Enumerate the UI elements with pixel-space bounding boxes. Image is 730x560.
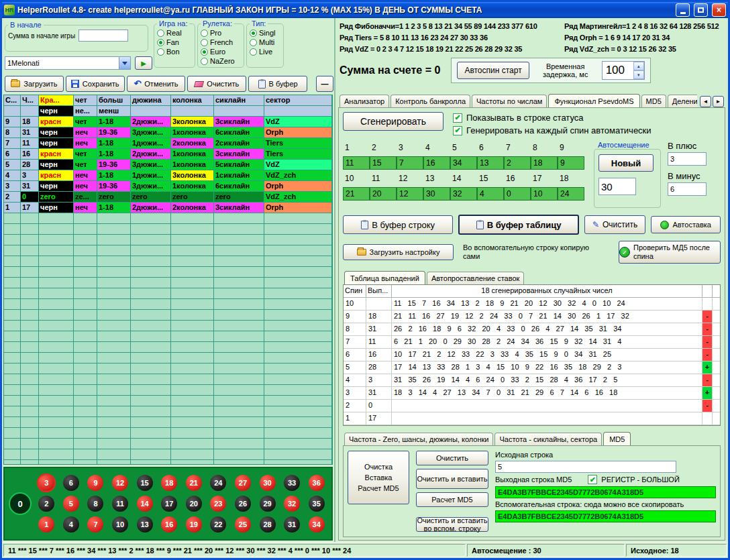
- start-sum-input[interactable]: [79, 30, 128, 42]
- buffer-table-button[interactable]: В буфер таблицу: [458, 215, 578, 235]
- board-number-33[interactable]: 33: [284, 475, 300, 491]
- subtab-0[interactable]: Таблица выпадений: [344, 271, 425, 284]
- clear-generated-button[interactable]: Очистить: [584, 215, 646, 234]
- radio-option-fan[interactable]: Fan: [157, 38, 192, 47]
- checkbox-uppercase[interactable]: ✔ РЕГИСТР - БОЛЬШОЙ: [588, 475, 679, 484]
- board-number-19[interactable]: 19: [186, 516, 202, 533]
- minimize-button[interactable]: [676, 3, 690, 17]
- freqtab-2[interactable]: MD5: [603, 432, 631, 445]
- freqtab-1[interactable]: Частота - сиклайны, сектора: [494, 433, 602, 445]
- clear-button[interactable]: Очистить: [187, 76, 246, 92]
- board-number-26[interactable]: 26: [235, 496, 251, 512]
- board-number-36[interactable]: 36: [309, 475, 325, 491]
- board-number-34[interactable]: 34: [309, 516, 325, 533]
- minus-input[interactable]: 6: [668, 182, 707, 196]
- board-number-2[interactable]: 2: [38, 496, 54, 512]
- radio-option-singl[interactable]: Singl: [250, 28, 280, 38]
- radio-option-live[interactable]: Live: [250, 47, 280, 56]
- tab-1[interactable]: Контроль банкролла: [390, 95, 470, 107]
- tab-2[interactable]: Частоты по числам: [472, 95, 547, 107]
- tab-4[interactable]: MD5: [641, 95, 666, 107]
- board-number-4[interactable]: 4: [63, 516, 79, 533]
- board-number-3[interactable]: 3: [38, 475, 54, 491]
- spinner-down-icon[interactable]: ▼: [633, 70, 644, 79]
- board-number-28[interactable]: 28: [260, 516, 276, 533]
- preset-combobox[interactable]: 1Melonati: [5, 56, 131, 70]
- board-number-25[interactable]: 25: [235, 516, 251, 533]
- md5-aux-value[interactable]: E4DA3B7FBBCE2345D7772B0674A318D5: [495, 510, 716, 522]
- board-number-8[interactable]: 8: [87, 496, 103, 512]
- board-number-0[interactable]: 0: [9, 492, 32, 515]
- board-number-23[interactable]: 23: [210, 496, 226, 512]
- collapse-button[interactable]: —: [316, 76, 333, 92]
- board-number-12[interactable]: 12: [112, 475, 128, 491]
- md5-big-button[interactable]: ОчисткаВставкаРасчет MD5: [348, 451, 409, 504]
- board-number-27[interactable]: 27: [235, 475, 251, 491]
- spinner-up-icon[interactable]: ▲: [633, 62, 644, 70]
- radio-option-pro[interactable]: Pro: [201, 28, 241, 38]
- board-number-22[interactable]: 22: [210, 516, 226, 533]
- md5-calc-button[interactable]: Расчет MD5: [416, 492, 488, 507]
- tab-scroll-right-button[interactable]: ►: [713, 96, 724, 107]
- board-number-18[interactable]: 18: [161, 475, 177, 491]
- new-button[interactable]: Новый: [598, 154, 654, 172]
- board-number-29[interactable]: 29: [260, 496, 276, 512]
- board-number-32[interactable]: 32: [284, 496, 300, 512]
- board-number-13[interactable]: 13: [137, 516, 153, 533]
- board-number-21[interactable]: 21: [186, 475, 202, 491]
- freqtab-0[interactable]: Частота - Zero, шансы, дюжины, колонки: [344, 433, 493, 445]
- chevron-down-icon[interactable]: [119, 57, 130, 69]
- board-number-20[interactable]: 20: [186, 496, 202, 512]
- close-button[interactable]: ×: [712, 3, 726, 17]
- board-number-5[interactable]: 5: [63, 496, 79, 512]
- radio-option-french[interactable]: French: [201, 38, 241, 47]
- delay-value[interactable]: 100: [603, 62, 633, 79]
- board-number-16[interactable]: 16: [161, 516, 177, 533]
- to-buffer-button[interactable]: В буфер: [248, 76, 307, 92]
- autobet-button[interactable]: Автоставка: [651, 216, 721, 233]
- checkbox-show-in-status[interactable]: ✔ Показывать в строке статуса: [453, 113, 651, 123]
- radio-option-nazero[interactable]: NaZero: [201, 56, 241, 66]
- board-number-9[interactable]: 9: [87, 475, 103, 491]
- load-settings-button[interactable]: Загрузить настройку: [343, 244, 454, 260]
- board-number-14[interactable]: 14: [137, 496, 153, 512]
- plus-input[interactable]: 3: [668, 152, 707, 166]
- check-md5-button[interactable]: ✓ Проверить МД5 после спина: [619, 241, 721, 264]
- board-number-31[interactable]: 31: [284, 516, 300, 533]
- tab-5[interactable]: Деление ко...: [668, 95, 697, 107]
- history-cell: 1колонка: [171, 127, 214, 138]
- undo-button[interactable]: Отменить: [127, 76, 186, 92]
- tab-0[interactable]: Анализатор: [340, 95, 389, 107]
- board-number-17[interactable]: 17: [161, 496, 177, 512]
- board-number-1[interactable]: 1: [38, 516, 54, 533]
- checkbox-generate-each-spin[interactable]: ✔ Генерировать на каждый спин автоматиче…: [453, 125, 651, 135]
- board-number-35[interactable]: 35: [309, 496, 325, 512]
- board-number-30[interactable]: 30: [260, 475, 276, 491]
- play-button[interactable]: [135, 56, 152, 70]
- subtab-1[interactable]: Автопроставление ставок: [427, 272, 524, 284]
- board-number-10[interactable]: 10: [112, 516, 128, 533]
- radio-option-euro[interactable]: Euro: [201, 47, 241, 56]
- tab-3[interactable]: Функционал PsevdoMS: [548, 94, 639, 107]
- board-number-15[interactable]: 15: [137, 475, 153, 491]
- board-number-6[interactable]: 6: [63, 475, 79, 491]
- buffer-row-button[interactable]: В буфер строку: [343, 215, 453, 234]
- md5-clear-paste-aux-button[interactable]: Очистить и вставить во вспом. строку: [416, 517, 488, 532]
- tab-scroll-left-button[interactable]: ◄: [700, 96, 711, 107]
- save-button[interactable]: Сохранить: [66, 76, 125, 92]
- radio-option-multi[interactable]: Multi: [250, 38, 280, 47]
- load-button[interactable]: Загрузить: [5, 76, 64, 92]
- md5-clear-paste-button[interactable]: Очистить и вставить: [416, 469, 488, 489]
- md5-clear-button[interactable]: Очистить: [416, 451, 488, 465]
- maximize-button[interactable]: [694, 3, 708, 17]
- board-number-11[interactable]: 11: [112, 496, 128, 512]
- board-number-7[interactable]: 7: [87, 516, 103, 533]
- radio-option-real[interactable]: Real: [157, 28, 192, 38]
- offset-input[interactable]: 30: [598, 178, 636, 195]
- autospin-start-button[interactable]: Автоспин старт: [457, 62, 529, 79]
- radio-option-bon[interactable]: Bon: [157, 47, 192, 56]
- md5-source-input[interactable]: 5: [495, 461, 676, 473]
- delay-spinner[interactable]: 100 ▲ ▼: [602, 61, 645, 80]
- board-number-24[interactable]: 24: [210, 475, 226, 491]
- generate-button[interactable]: Сгенерировать: [343, 112, 444, 131]
